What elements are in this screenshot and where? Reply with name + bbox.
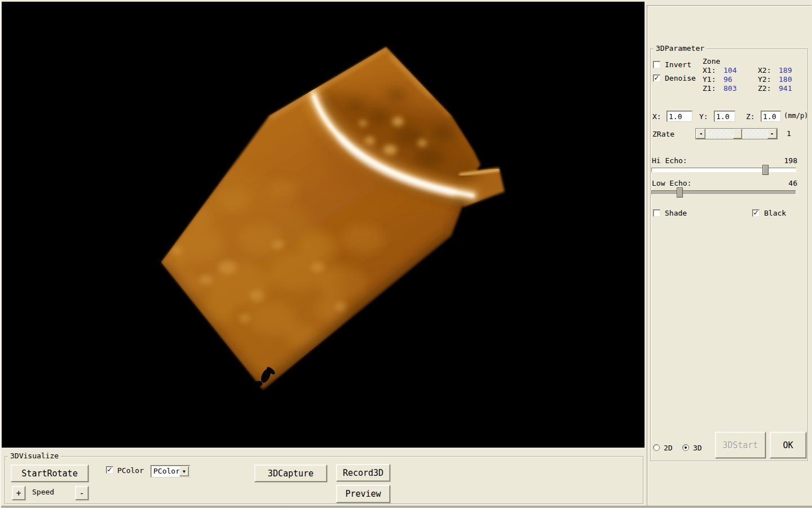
zone-z1-label: Z1: — [703, 84, 716, 93]
speed-label: Speed — [32, 488, 54, 496]
shade-label: Shade — [665, 209, 687, 217]
mode-2d-label: 2D — [664, 444, 673, 452]
app-window: 3DParameter Invert ✓ Denoise Zone X1: 10… — [0, 0, 812, 508]
record-3d-button[interactable]: Record3D — [336, 464, 390, 481]
viewer-canvas[interactable] — [2, 2, 645, 448]
mode-3d-label: 3D — [693, 444, 702, 452]
mode-2d-radio[interactable] — [653, 444, 660, 451]
visualize-group-title: 3DVisualize — [8, 452, 61, 460]
zrate-label: ZRate — [652, 130, 674, 138]
shade-checkbox[interactable] — [653, 209, 660, 217]
low-echo-value: 46 — [773, 179, 797, 187]
zone-x1-value: 104 — [723, 66, 736, 75]
zone-x2-value: 189 — [779, 66, 792, 75]
zrate-value: 1 — [787, 129, 791, 138]
x-scale-input[interactable] — [667, 111, 692, 122]
zone-y1-value: 96 — [723, 75, 732, 84]
check-icon: ✓ — [107, 467, 112, 472]
ultrasound-volume-render — [2, 2, 645, 448]
check-icon: ✓ — [753, 210, 758, 216]
z-scale-label: Z: — [746, 112, 755, 121]
hi-echo-label: Hi Echo: — [652, 156, 687, 165]
scale-unit-label: (mm/p) — [784, 112, 808, 120]
zone-x1-label: X1: — [703, 66, 716, 75]
zone-x2-label: X2: — [758, 66, 771, 75]
zone-y2-value: 180 — [779, 75, 792, 84]
parameter-group-title: 3DParameter — [654, 44, 707, 52]
speed-minus-button[interactable]: - — [75, 486, 89, 500]
low-echo-slider-track[interactable] — [651, 190, 796, 195]
pcolor-dropdown[interactable]: PColor ▼ — [151, 465, 190, 478]
capture-3d-button[interactable]: 3DCapture — [254, 465, 327, 482]
zrate-scrollbar[interactable]: ◄ ► — [695, 128, 778, 139]
check-icon: ✓ — [654, 75, 659, 81]
ok-button[interactable]: OK — [770, 432, 806, 458]
low-echo-slider-thumb[interactable] — [677, 187, 683, 198]
preview-button[interactable]: Preview — [336, 485, 390, 503]
start-rotate-button[interactable]: StartRotate — [11, 465, 89, 482]
zone-y2-label: Y2: — [758, 75, 771, 84]
y-scale-input[interactable] — [714, 111, 735, 122]
hi-echo-slider-thumb[interactable] — [762, 165, 769, 175]
zone-z2-label: Z2: — [758, 84, 771, 93]
pcolor-checkbox[interactable]: ✓ — [106, 466, 113, 474]
window-left-edge — [0, 0, 1, 508]
pcolor-dropdown-value: PColor — [153, 467, 180, 475]
zone-title: Zone — [703, 57, 720, 65]
dropdown-arrow-icon[interactable]: ▼ — [179, 466, 189, 476]
denoise-checkbox[interactable]: ✓ — [653, 75, 660, 82]
mode-3d-radio[interactable] — [682, 444, 689, 451]
denoise-label: Denoise — [665, 74, 696, 82]
zone-y1-label: Y1: — [703, 75, 716, 84]
zrate-left-arrow-icon[interactable]: ◄ — [696, 129, 705, 139]
window-bottom-edge — [0, 506, 812, 508]
speed-plus-button[interactable]: + — [12, 486, 25, 500]
zone-z1-value: 803 — [723, 84, 736, 93]
y-scale-label: Y: — [699, 112, 708, 121]
hi-echo-slider-track[interactable] — [651, 168, 796, 172]
zrate-right-arrow-icon[interactable]: ► — [767, 129, 777, 139]
x-scale-label: X: — [652, 112, 661, 121]
black-label: Black — [764, 209, 786, 217]
invert-label: Invert — [665, 60, 691, 69]
pcolor-label: PColor — [117, 466, 144, 475]
zone-z2-value: 941 — [779, 84, 792, 93]
low-echo-label: Low Echo: — [652, 179, 691, 187]
zrate-scrollbar-thumb[interactable] — [733, 129, 742, 139]
start-3d-button: 3DStart — [715, 432, 766, 458]
z-scale-input[interactable] — [761, 111, 781, 122]
black-checkbox[interactable]: ✓ — [752, 209, 760, 217]
invert-checkbox[interactable] — [653, 61, 660, 68]
hi-echo-value: 198 — [773, 156, 797, 165]
